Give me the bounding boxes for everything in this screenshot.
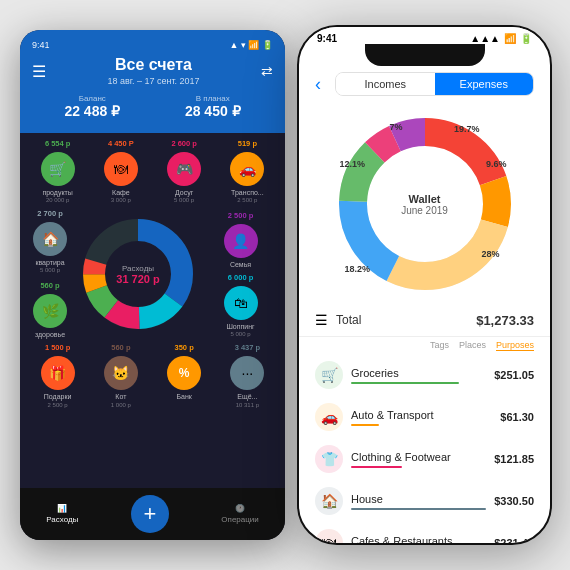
android-balance-val: 22 488 ₽ (64, 103, 120, 119)
ios-total-amount: $1,273.33 (476, 313, 534, 328)
ios-expense-groceries[interactable]: 🛒 Groceries $251.05 (299, 354, 550, 396)
android-cat-gifts[interactable]: 1 500 р 🎁 Подарки 2 500 р (28, 343, 87, 407)
android-history-label: Операции (221, 515, 258, 524)
android-expenses-icon: 📊 (57, 504, 67, 513)
ios-house-bar (351, 508, 486, 510)
android-cat-cat[interactable]: 560 р 🐱 Кот 1 000 р (91, 343, 150, 407)
android-date-range: 18 авг. – 17 сент. 2017 (107, 76, 199, 86)
android-status-bar: 9:41 ▲ ▾ 📶 🔋 (32, 40, 273, 50)
android-balance-row: Баланс 22 488 ₽ В планах 28 450 ₽ (32, 94, 273, 125)
ios-wifi-icon: 📶 (504, 33, 516, 44)
android-right-items: 2 500 р 👤 Семья 6 000 р 🛍 Шоппинг 5 000 … (204, 211, 277, 337)
android-status-icons: ▲ ▾ 📶 🔋 (230, 40, 273, 50)
android-cat-cafe[interactable]: 4 450 Р 🍽 Кафе 3 000 р (91, 139, 150, 203)
android-cat-leisure[interactable]: 2 600 р 🎮 Досуг 5 000 р (155, 139, 214, 203)
ios-total-left: ☰ Total (315, 312, 361, 328)
android-cat-apartment[interactable]: 2 700 р 🏠 квартира 5 000 р (28, 209, 72, 273)
ios-header: ‹ Incomes Expenses (299, 66, 550, 104)
android-body: 6 554 р 🛒 продукты 20 000 р 4 450 Р 🍽 Ка… (20, 133, 285, 420)
ios-expense-house[interactable]: 🏠 House $330.50 (299, 480, 550, 522)
android-plan: В планах 28 450 ₽ (185, 94, 241, 119)
android-settings-icon[interactable]: ⇄ (261, 63, 273, 79)
android-donut-center: Расходы 31 720 р (116, 264, 159, 285)
ios-transport-details: Auto & Transport (351, 409, 492, 426)
gifts-icon: 🎁 (41, 356, 75, 390)
pct-red: 19.7% (454, 124, 480, 134)
ios-chart-center: Wallet June 2019 (401, 193, 448, 216)
android-cat-more[interactable]: 3 437 р ··· Ещё... 10 311 р (218, 343, 277, 407)
family-icon: 👤 (224, 224, 258, 258)
ios-expense-transport[interactable]: 🚗 Auto & Transport $61.30 (299, 396, 550, 438)
android-header: 9:41 ▲ ▾ 📶 🔋 ☰ Все счета 18 авг. – 17 се… (20, 30, 285, 133)
android-fab-add[interactable]: + (131, 495, 169, 533)
ios-signal-icon: ▲▲▲ (470, 33, 500, 44)
android-balance-label: Баланс (64, 94, 120, 103)
health-icon: 🌿 (33, 294, 67, 328)
android-cat-family[interactable]: 2 500 р 👤 Семья (204, 211, 277, 269)
ios-tab-bar: Incomes Expenses (335, 72, 534, 96)
android-cat-health[interactable]: 560 р 🌿 здоровье (28, 281, 72, 339)
pct-green: 12.1% (340, 159, 366, 169)
android-plan-val: 28 450 ₽ (185, 103, 241, 119)
android-cat-transport[interactable]: 519 р 🚗 Транспо... 2 500 р (218, 139, 277, 203)
ios-clothing-icon: 👕 (315, 445, 343, 473)
ios-expense-clothing[interactable]: 👕 Clothing & Footwear $121.85 (299, 438, 550, 480)
pct-purple: 7% (390, 122, 403, 132)
android-plan-label: В планах (185, 94, 241, 103)
android-add-icon: + (143, 503, 156, 525)
ios-clothing-bar (351, 466, 402, 468)
android-nav-history[interactable]: 🕐 Операции (221, 504, 258, 524)
ios-wallet-label: Wallet (401, 193, 448, 205)
cat-icon: 🐱 (104, 356, 138, 390)
cafe-icon: 🍽 (104, 152, 138, 186)
android-donut: Расходы 31 720 р (78, 214, 198, 334)
ios-date-label: June 2019 (401, 205, 448, 216)
ios-filter-purposes[interactable]: Purposes (496, 340, 534, 351)
ios-house-icon: 🏠 (315, 487, 343, 515)
ios-expenses-list: 🛒 Groceries $251.05 🚗 Auto & Transport $… (299, 354, 550, 545)
android-cat-bank[interactable]: 350 р % Банк (155, 343, 214, 407)
ios-notch (365, 44, 485, 66)
ios-groceries-bar (351, 382, 459, 384)
ios-expense-cafes[interactable]: 🍽 Cafes & Restaurants $231.41 (299, 522, 550, 545)
ios-clothing-details: Clothing & Footwear (351, 451, 486, 468)
ios-total-label: Total (336, 313, 361, 327)
ios-chart: 19.7% 9.6% 28% 18.2% 12.1% 7% Wallet Jun… (325, 104, 525, 304)
android-time: 9:41 (32, 40, 50, 50)
groceries-icon: 🛒 (41, 152, 75, 186)
ios-house-details: House (351, 493, 486, 510)
android-cat-groceries[interactable]: 6 554 р 🛒 продукты 20 000 р (28, 139, 87, 203)
ios-cafes-icon: 🍽 (315, 529, 343, 545)
ios-total-row: ☰ Total $1,273.33 (299, 304, 550, 337)
ios-status-icons: ▲▲▲ 📶 🔋 (470, 33, 532, 44)
apartment-icon: 🏠 (33, 222, 67, 256)
android-bottom-categories: 1 500 р 🎁 Подарки 2 500 р 560 р 🐱 Кот 1 … (28, 343, 277, 407)
leisure-icon: 🎮 (167, 152, 201, 186)
ios-time: 9:41 (317, 33, 337, 44)
android-balance: Баланс 22 488 ₽ (64, 94, 120, 119)
ios-status-bar: 9:41 ▲▲▲ 📶 🔋 (299, 27, 550, 44)
ios-cafes-details: Cafes & Restaurants (351, 535, 486, 546)
android-cat-shopping[interactable]: 6 000 р 🛍 Шоппинг 5 000 р (204, 273, 277, 337)
ios-filter-row: Tags Places Purposes (299, 337, 550, 354)
android-navbar: 📊 Расходы + 🕐 Операции (20, 488, 285, 540)
ios-transport-icon: 🚗 (315, 403, 343, 431)
more-icon: ··· (230, 356, 264, 390)
ios-transport-bar (351, 424, 379, 426)
android-menu-icon[interactable]: ☰ (32, 62, 46, 81)
android-middle-row: 2 700 р 🏠 квартира 5 000 р 560 р 🌿 здоро… (28, 209, 277, 339)
ios-filter-tags[interactable]: Tags (430, 340, 449, 351)
bank-icon: % (167, 356, 201, 390)
ios-phone: 9:41 ▲▲▲ 📶 🔋 ‹ Incomes Expenses (297, 25, 552, 545)
android-phone: 9:41 ▲ ▾ 📶 🔋 ☰ Все счета 18 авг. – 17 се… (20, 30, 285, 540)
pct-blue: 18.2% (345, 264, 371, 274)
ios-filter-places[interactable]: Places (459, 340, 486, 351)
ios-tab-expenses[interactable]: Expenses (435, 73, 534, 95)
android-nav-expenses[interactable]: 📊 Расходы (46, 504, 78, 524)
ios-tab-incomes[interactable]: Incomes (336, 73, 435, 95)
android-expenses-label: Расходы (46, 515, 78, 524)
pct-orange: 9.6% (486, 159, 507, 169)
ios-back-button[interactable]: ‹ (315, 74, 321, 95)
android-app-title: Все счета (107, 56, 199, 74)
android-left-items: 2 700 р 🏠 квартира 5 000 р 560 р 🌿 здоро… (28, 209, 72, 339)
